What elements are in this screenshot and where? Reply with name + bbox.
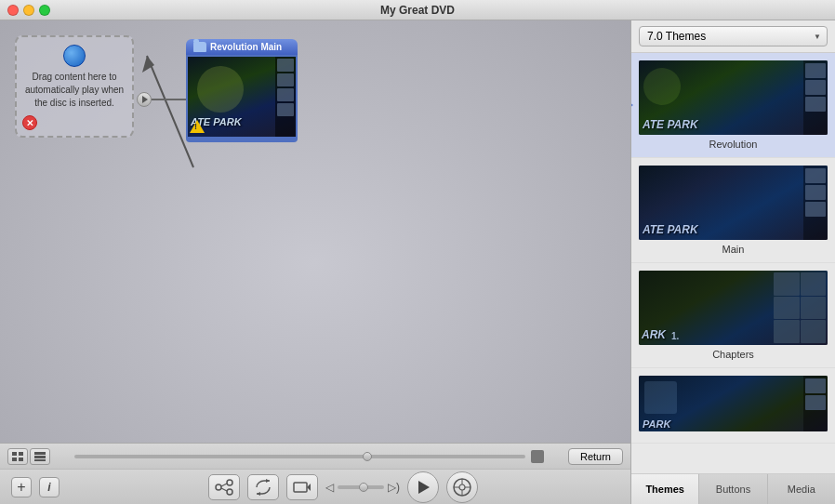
motion-button[interactable] [286, 474, 318, 500]
minimize-button[interactable] [23, 5, 34, 16]
right-panel: 7.0 Themes ▼ ATE PARK Revolutio [630, 20, 835, 504]
svg-line-12 [221, 484, 227, 486]
theme-thumbnail-main: ATE PARK [639, 166, 828, 240]
themes-dropdown[interactable]: 7.0 Themes ▼ [639, 26, 828, 46]
zoom-slider-area [56, 450, 563, 463]
theme-thumbnail-chapters: ARK 1. [639, 271, 828, 345]
theme-item-four[interactable]: PARK [631, 368, 835, 444]
play-connector-indicator [137, 92, 152, 107]
right-panel-bottom: Themes Buttons Media [631, 473, 835, 504]
svg-marker-15 [257, 492, 260, 496]
chevron-down-icon: ▼ [814, 33, 821, 41]
zoom-end-box [531, 450, 544, 463]
volume-slider-thumb[interactable] [359, 483, 368, 492]
menu-node-header: Revolution Main [186, 39, 298, 55]
traffic-lights [7, 5, 50, 16]
svg-marker-1 [142, 56, 154, 73]
theme-thumbnail-four: PARK [639, 376, 828, 431]
theme-label-revolution: Revolution [639, 139, 828, 150]
play-mini-triangle-icon [142, 96, 148, 103]
layout-buttons [7, 448, 50, 465]
svg-rect-7 [34, 456, 46, 458]
add-button[interactable]: + [11, 477, 32, 497]
svg-rect-6 [34, 452, 46, 455]
menu-node-label: Revolution Main [210, 42, 282, 52]
play-triangle-icon [418, 481, 430, 494]
svg-point-19 [459, 484, 465, 490]
folder-icon [193, 42, 206, 52]
menu-node[interactable]: Revolution Main ATE PARK [186, 39, 298, 142]
svg-rect-3 [19, 452, 23, 456]
tab-themes[interactable]: Themes [631, 474, 699, 504]
svg-rect-4 [12, 458, 17, 461]
volume-high-icon: ▷) [388, 481, 400, 494]
info-button[interactable]: i [39, 477, 60, 497]
svg-rect-5 [19, 458, 23, 461]
remove-button[interactable]: ✕ [22, 115, 37, 130]
globe-icon [63, 45, 86, 67]
main-sidebar-icon [803, 166, 828, 240]
canvas-content: Drag content here to automatically play … [0, 20, 630, 443]
playback-controls: ◁ ▷) [67, 471, 619, 503]
maximize-button[interactable] [39, 5, 50, 16]
canvas-area: Drag content here to automatically play … [0, 20, 630, 504]
tab-buttons[interactable]: Buttons [699, 474, 767, 504]
main-thumb-text-icon: ATE PARK [643, 223, 698, 236]
chapters-thumb-text-icon: ARK [642, 328, 666, 341]
theme-item-revolution[interactable]: ATE PARK Revolution [631, 53, 835, 158]
volume-slider[interactable] [338, 485, 384, 489]
zoom-slider-track[interactable] [74, 455, 525, 458]
svg-point-11 [227, 489, 232, 495]
svg-marker-14 [266, 479, 270, 483]
svg-point-9 [216, 484, 221, 490]
four-thumb-text-icon: PARK [643, 418, 670, 430]
theme-item-main[interactable]: ATE PARK Main [631, 158, 835, 263]
zoom-slider-thumb[interactable] [363, 452, 372, 461]
main-container: Drag content here to automatically play … [0, 20, 835, 504]
tab-media[interactable]: Media [768, 474, 835, 504]
close-button[interactable] [7, 5, 19, 16]
svg-point-10 [227, 480, 232, 485]
theme-label-chapters: Chapters [639, 349, 828, 360]
volume-control: ◁ ▷) [325, 481, 400, 494]
layout-btn-1[interactable] [7, 448, 28, 465]
bottom-toolbar: Return [0, 443, 630, 469]
svg-rect-8 [34, 459, 46, 461]
return-button[interactable]: Return [568, 448, 623, 465]
drag-drop-label: Drag content here to automatically play … [24, 71, 125, 110]
tabs-row: Themes Buttons Media [631, 474, 835, 504]
dvd-button[interactable] [446, 471, 478, 503]
connector-line [152, 99, 187, 100]
loop-button[interactable] [247, 474, 279, 500]
svg-line-13 [221, 488, 227, 491]
revolution-thumb-text-icon: ATE PARK [643, 118, 698, 131]
layout-btn-2[interactable] [30, 448, 50, 465]
chapters-grid-icon [772, 271, 828, 345]
themes-list: ATE PARK Revolution ATE PARK [631, 53, 835, 473]
svg-rect-16 [294, 483, 307, 492]
drag-drop-zone[interactable]: Drag content here to automatically play … [15, 35, 134, 138]
themes-header: 7.0 Themes ▼ [631, 20, 835, 53]
theme-label-main: Main [639, 244, 828, 255]
menu-node-footer [186, 139, 298, 142]
play-button[interactable] [407, 471, 439, 503]
themes-dropdown-label: 7.0 Themes [647, 30, 706, 43]
svg-rect-2 [12, 452, 17, 456]
selected-indicator-icon [631, 98, 633, 113]
warning-icon [190, 120, 205, 133]
connection-button[interactable] [208, 474, 240, 500]
window-title: My Great DVD [380, 4, 455, 17]
theme-item-chapters[interactable]: ARK 1. Chapters [631, 263, 835, 368]
volume-low-icon: ◁ [325, 481, 334, 494]
titlebar: My Great DVD [0, 0, 835, 20]
revolution-sidebar-icon [803, 60, 828, 135]
thumbnail-sidebar [275, 57, 296, 137]
theme-thumbnail-revolution: ATE PARK [639, 60, 828, 135]
bottom-controls: + i [0, 469, 630, 504]
four-sidebar-icon [803, 376, 828, 431]
